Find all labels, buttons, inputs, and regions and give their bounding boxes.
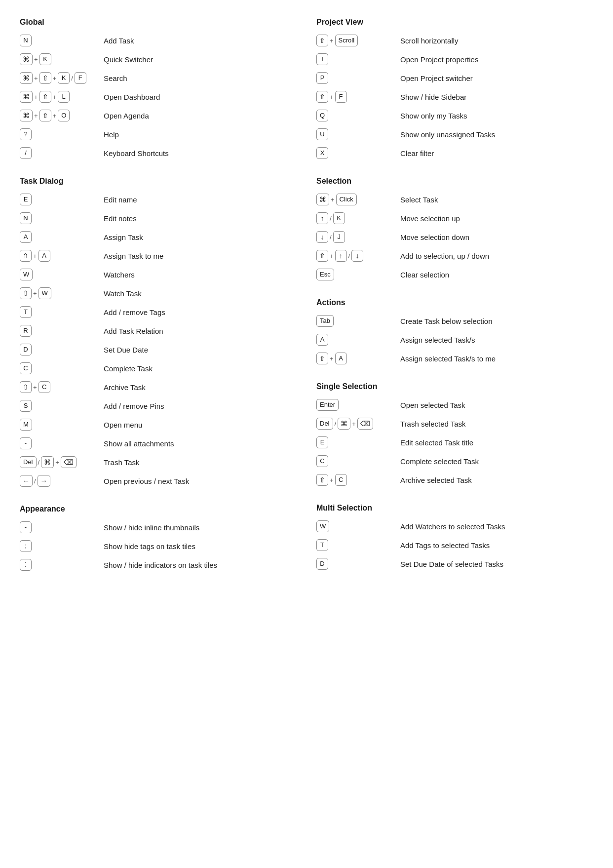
shortcut-row: ⇧+CArchive selected Task [316, 474, 593, 488]
shortcut-row: NAdd Task [20, 35, 297, 48]
shortcut-row: ⌘+⇧+LOpen Dashboard [20, 91, 297, 105]
shortcut-description: Clear filter [400, 147, 593, 158]
key-symbol: ⇧ [39, 72, 51, 84]
key-separator: / [330, 215, 332, 222]
shortcut-keys: ; [20, 540, 104, 552]
project-view-shortcuts: ⇧+ScrollScroll horizontallyIOpen Project… [316, 35, 593, 161]
shortcut-row: AAssign Task [20, 231, 297, 245]
key-label: F [75, 72, 86, 84]
key-label: R [20, 325, 32, 337]
shortcut-keys: A [20, 231, 104, 243]
key-label: L [58, 91, 70, 103]
shortcut-description: Add Task Relation [104, 325, 297, 336]
shortcut-keys: D [316, 558, 400, 570]
shortcut-keys: T [316, 539, 400, 551]
shortcut-description: Open Dashboard [104, 91, 297, 102]
shortcut-description: Assign selected Task/s to me [400, 353, 593, 364]
key-symbol: ↑ [316, 212, 328, 224]
key-separator: + [330, 93, 334, 101]
shortcut-keys: ↑/K [316, 212, 400, 224]
shortcut-description: Trash Task [104, 456, 297, 468]
project-view-title: Project View [316, 18, 593, 27]
shortcut-row: ⇧+↑/↓Add to selection, up / down [316, 250, 593, 264]
shortcut-keys: Tab [316, 315, 400, 327]
key-label: - [20, 437, 32, 449]
shortcut-description: Show / hide inline thumbnails [104, 521, 297, 533]
shortcut-description: Show only unassigned Tasks [400, 128, 593, 140]
key-separator: + [33, 384, 37, 391]
key-label: W [38, 287, 51, 299]
task-dialog-shortcuts: EEdit nameNEdit notesAAssign Task⇧+AAssi… [20, 194, 297, 489]
key-label: E [20, 194, 32, 205]
shortcut-row: ?Help [20, 128, 297, 142]
shortcut-description: Open Project switcher [400, 72, 593, 83]
shortcut-row: EEdit selected Task title [316, 436, 593, 450]
shortcut-description: Clear selection [400, 269, 593, 280]
shortcut-row: RAdd Task Relation [20, 325, 297, 339]
shortcut-row: Del/⌘+⌫Trash Task [20, 456, 297, 470]
shortcut-description: Show hide tags on task tiles [104, 540, 297, 552]
shortcut-keys: U [316, 128, 400, 140]
key-label: Q [316, 110, 328, 121]
key-label: Del [316, 418, 333, 430]
shortcut-row: ⇧+WWatch Task [20, 287, 297, 301]
key-symbol: ⌘ [338, 418, 350, 430]
shortcut-description: Archive selected Task [400, 474, 593, 485]
key-label: A [316, 334, 328, 346]
shortcut-keys: ⇧+↑/↓ [316, 250, 400, 262]
shortcut-row: EscClear selection [316, 269, 593, 282]
key-separator: + [53, 112, 57, 119]
shortcut-description: Add Tags to selected Tasks [400, 539, 593, 551]
key-symbol: ↓ [316, 231, 328, 243]
shortcut-keys: ⌘+⇧+L [20, 91, 104, 103]
key-symbol: ⌫ [61, 456, 77, 468]
shortcut-row: ⇧+AAssign selected Task/s to me [316, 353, 593, 366]
task-dialog-title: Task Dialog [20, 177, 297, 186]
key-symbol: ⇧ [316, 91, 328, 103]
key-label: W [316, 520, 329, 532]
shortcut-description: Help [104, 128, 297, 140]
shortcut-keys: M [20, 419, 104, 431]
selection-section: Selection ⌘+ClickSelect Task↑/KMove sele… [316, 177, 593, 282]
key-separator: + [330, 476, 334, 484]
shortcut-description: Open selected Task [400, 399, 593, 410]
key-label: / [20, 147, 32, 159]
actions-shortcuts: TabCreate Task below selectionAAssign se… [316, 315, 593, 366]
shortcut-keys: ⇧+C [316, 474, 400, 486]
shortcut-description: Move selection down [400, 231, 593, 242]
shortcut-row: ⇧+ScrollScroll horizontally [316, 35, 593, 48]
shortcut-row: Del/⌘+⌫Trash selected Task [316, 418, 593, 432]
key-label: T [316, 539, 328, 551]
shortcut-row: -Show all attachments [20, 437, 297, 451]
shortcut-row: ←/→Open previous / next Task [20, 475, 297, 489]
shortcut-keys: T [20, 306, 104, 318]
shortcut-row: ⇧+CArchive Task [20, 381, 297, 395]
shortcut-description: Watch Task [104, 287, 297, 299]
task-dialog-section: Task Dialog EEdit nameNEdit notesAAssign… [20, 177, 297, 489]
key-symbol: ⇧ [39, 91, 51, 103]
key-label: Del [20, 456, 37, 468]
shortcut-description: Add to selection, up / down [400, 250, 593, 261]
key-symbol: ⇧ [39, 110, 51, 121]
shortcut-description: Show / hide Sidebar [400, 91, 593, 102]
shortcut-description: Open Agenda [104, 110, 297, 121]
key-separator: + [34, 112, 38, 119]
key-symbol: ⌫ [357, 418, 373, 430]
shortcut-keys: ⇧+W [20, 287, 104, 299]
shortcut-row: ⌘+⇧+OOpen Agenda [20, 110, 297, 123]
shortcut-keys: ⌘+Click [316, 194, 400, 205]
appearance-shortcuts: -Show / hide inline thumbnails;Show hide… [20, 521, 297, 573]
appearance-section: Appearance -Show / hide inline thumbnail… [20, 505, 297, 573]
key-label: ; [20, 540, 32, 552]
key-separator: + [33, 252, 37, 260]
shortcut-description: Search [104, 72, 297, 83]
shortcut-row: ⁚Show / hide indicators on task tiles [20, 559, 297, 573]
actions-title: Actions [316, 298, 593, 307]
shortcut-row: WWatchers [20, 269, 297, 282]
shortcut-row: /Keyboard Shortcuts [20, 147, 297, 161]
shortcut-row: TabCreate Task below selection [316, 315, 593, 329]
shortcut-row: QShow only my Tasks [316, 110, 593, 123]
key-separator: / [38, 459, 40, 466]
shortcut-description: Scroll horizontally [400, 35, 593, 46]
shortcut-description: Add Task [104, 35, 297, 46]
